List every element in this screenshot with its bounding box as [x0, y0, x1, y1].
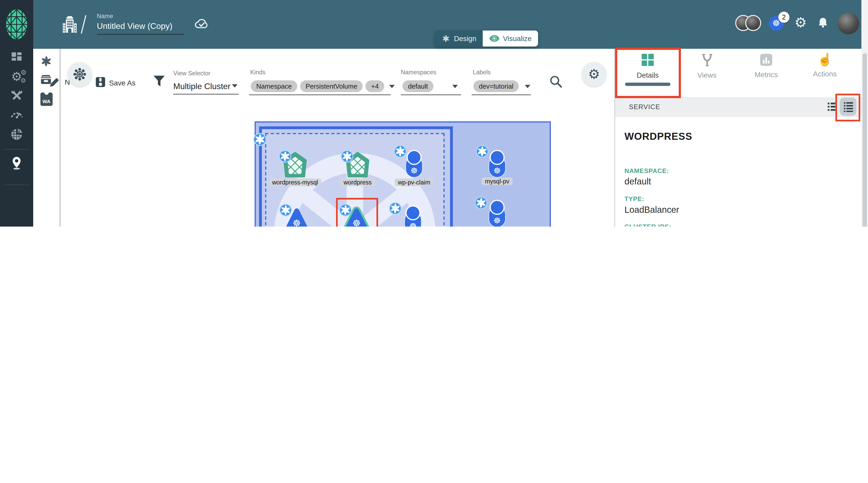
field-label: NAMESPACE: — [624, 167, 669, 174]
sync-badge-icon — [474, 196, 488, 209]
kinds-underline — [249, 94, 391, 95]
namespaces-caret-icon[interactable] — [452, 84, 458, 88]
view-name-label: Name — [97, 13, 113, 20]
gear-small-icon: ⚙ — [21, 69, 27, 77]
meshery-logo[interactable] — [5, 9, 28, 40]
view-selector-value[interactable]: Multiple Cluster — [173, 82, 231, 91]
tab-metrics[interactable]: Metrics — [741, 49, 791, 79]
sync-badge-icon — [389, 202, 402, 215]
canvas-node-pv-wp-pv[interactable]: wp-pv — [486, 200, 508, 226]
visualize-eye-icon — [490, 34, 499, 42]
sidebar-item-lifecycle[interactable]: ⚙ ⚙ ⚙ — [0, 70, 33, 84]
visualize-mode-button[interactable]: Visualize — [483, 30, 538, 47]
view-name-input[interactable] — [97, 21, 184, 30]
design-swirl-icon — [441, 34, 451, 43]
notifications-bell-icon[interactable] — [817, 17, 829, 28]
resource-kind-label: SERVICE — [629, 103, 660, 111]
canvas-node-service-wordpress-mysql[interactable]: wordpress-mysql — [284, 206, 309, 227]
wasm-label: WA — [42, 99, 51, 104]
view-selector-caret-icon[interactable] — [232, 84, 238, 88]
mode-toggle: Design Visualize — [435, 30, 538, 47]
compact-list-icon[interactable] — [828, 103, 835, 111]
kinds-caret-icon[interactable] — [389, 84, 395, 88]
persistent-volume-icon — [486, 200, 508, 226]
sync-badge-icon — [339, 203, 352, 217]
kind-chip-more[interactable]: +4 — [366, 80, 384, 92]
kubernetes-shape-button[interactable] — [67, 62, 92, 87]
label-chip[interactable]: dev=tutorial — [473, 80, 519, 92]
design-pinwheel-icon[interactable] — [39, 54, 53, 68]
sync-badge-icon — [340, 150, 354, 163]
node-label: wordpress — [340, 178, 375, 186]
filter-funnel-icon[interactable] — [153, 75, 165, 87]
view-selector-label: View Selector — [173, 70, 211, 77]
organization-icon[interactable] — [62, 16, 78, 33]
save-as-button[interactable]: Save As — [109, 79, 135, 87]
sidebar-item-dashboard[interactable] — [0, 52, 33, 61]
sidebar-item-toggle-location[interactable] — [0, 157, 33, 170]
namespaces-field: default — [402, 80, 458, 92]
design-label: Design — [454, 34, 476, 42]
node-label: mysql-pv — [482, 177, 513, 185]
collaborator-avatar[interactable] — [745, 15, 761, 31]
context-count-badge[interactable]: 2 — [778, 12, 789, 23]
kind-chip[interactable]: PersistentVolume — [300, 80, 363, 92]
labels-caret-icon[interactable] — [525, 84, 530, 88]
details-panel: Details Views Metrics ☝ Actions SERVICE … — [615, 49, 862, 227]
labels-label: Labels — [473, 69, 491, 76]
sidebar-item-configuration[interactable] — [0, 89, 33, 102]
field-value: default — [624, 177, 651, 187]
canvas-node-pv-mysql-pv[interactable]: mysql-pv — [486, 150, 508, 178]
kind-chip[interactable]: Namespace — [251, 80, 297, 92]
tab-label: Views — [682, 71, 732, 79]
actions-hand-icon: ☝ — [800, 53, 850, 66]
design-mode-button[interactable]: Design — [435, 30, 483, 47]
visualize-label: Visualize — [503, 34, 532, 42]
active-tab-underline — [625, 83, 671, 86]
sidebar-divider — [3, 149, 30, 150]
detailed-list-button[interactable] — [840, 97, 856, 116]
views-icon — [700, 53, 714, 67]
sync-badge-icon — [278, 150, 292, 163]
details-grid-icon — [641, 53, 654, 66]
save-icon[interactable] — [96, 77, 105, 87]
tab-views[interactable]: Views — [682, 49, 732, 79]
labels-field: dev=tutorial — [473, 80, 531, 92]
node-label: wordpress-mysql — [269, 178, 321, 186]
canvas-settings-button[interactable]: ⚙ — [582, 62, 606, 87]
sidebar-divider — [3, 184, 30, 185]
edit-pencil-icon[interactable] — [49, 77, 60, 88]
canvas-node-pvc-mysql-pv-claim[interactable]: mysql-pv-claim — [402, 205, 424, 226]
resource-title: WORDPRESS — [624, 131, 692, 142]
field-value: LoadBalancer — [624, 205, 679, 215]
gear-icon: ⚙ — [588, 66, 600, 82]
page-scrollbar[interactable] — [862, 0, 868, 227]
resource-kind-bar: SERVICE — [615, 97, 862, 117]
namespaces-underline — [401, 94, 461, 95]
canvas-node-pvc-wp-pv-claim[interactable]: wp-pv-claim — [403, 150, 425, 178]
sync-badge-icon — [394, 145, 407, 158]
tab-actions[interactable]: ☝ Actions — [800, 49, 850, 78]
canvas-node-service-wordpress-selected[interactable]: wordpress — [344, 206, 369, 227]
canvas-node-deployment-wordpress-mysql[interactable]: wordpress-mysql — [283, 152, 307, 178]
sync-badge-icon — [279, 203, 292, 217]
sidebar-item-performance[interactable] — [0, 109, 33, 119]
wasm-filter-icon[interactable]: WA — [40, 92, 53, 106]
tab-label: Details — [623, 71, 673, 79]
tab-label: Actions — [800, 70, 850, 78]
tab-details[interactable]: Details — [623, 49, 673, 86]
cloud-saved-icon[interactable] — [194, 17, 208, 29]
field-label: CLUSTER IPS: — [624, 223, 671, 227]
view-name-underline — [97, 34, 184, 35]
view-selector-underline — [173, 94, 239, 95]
kinds-chip-row: Namespace PersistentVolume +4 — [251, 80, 395, 92]
sidebar-item-extensions[interactable] — [0, 127, 33, 141]
breadcrumb-separator — [81, 15, 86, 33]
labels-underline — [472, 94, 531, 95]
namespace-chip[interactable]: default — [402, 80, 434, 92]
scrollbar-thumb[interactable] — [863, 53, 867, 227]
settings-gear-icon[interactable]: ⚙ — [794, 14, 807, 30]
search-icon[interactable] — [550, 75, 562, 88]
canvas-node-deployment-wordpress[interactable]: wordpress — [345, 152, 370, 178]
user-avatar[interactable] — [838, 13, 859, 34]
